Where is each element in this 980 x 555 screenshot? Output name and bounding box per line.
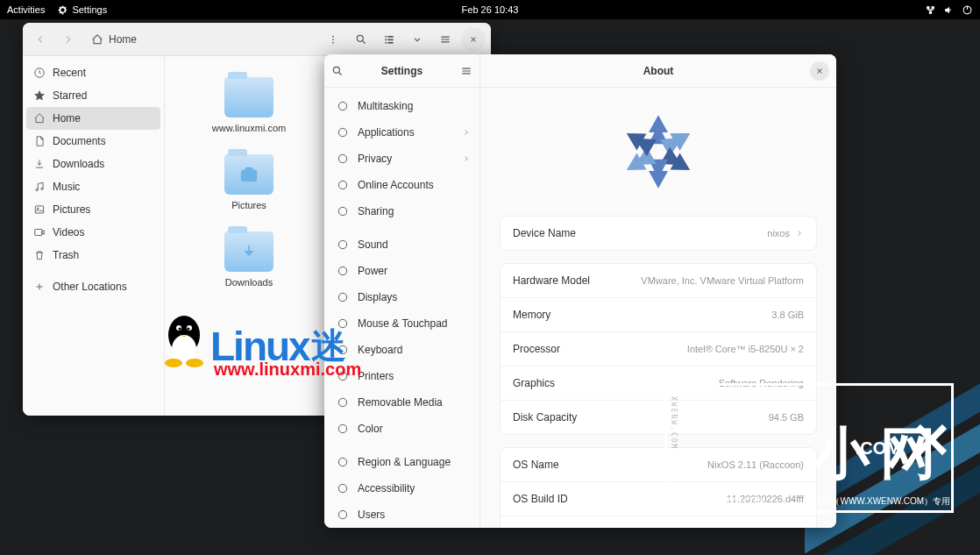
- color-icon: [337, 423, 349, 435]
- cloud-icon: [337, 179, 349, 191]
- settings-item-sharing[interactable]: Sharing: [324, 198, 479, 224]
- sidebar-item-starred[interactable]: Starred: [23, 84, 164, 107]
- image-icon: [33, 203, 46, 216]
- view-more-button[interactable]: [321, 27, 345, 52]
- settings-item-printers[interactable]: Printers: [324, 363, 479, 389]
- sidebar-item-other-locations[interactable]: Other Locations: [23, 275, 164, 298]
- settings-item-color[interactable]: Color: [324, 416, 479, 442]
- sidebar-item-downloads[interactable]: Downloads: [23, 153, 164, 175]
- device-name-row[interactable]: Device Name nixos: [501, 217, 816, 250]
- volume-icon[interactable]: [943, 4, 955, 16]
- settings-item-online-accounts[interactable]: Online Accounts: [324, 172, 479, 198]
- network-icon[interactable]: [925, 4, 936, 16]
- settings-item-sound[interactable]: Sound: [324, 231, 479, 258]
- keyboard-icon: [337, 344, 349, 356]
- gear-icon: [57, 4, 68, 16]
- svg-point-31: [333, 67, 339, 73]
- sidebar-item-trash[interactable]: Trash: [23, 244, 164, 267]
- disc-icon: [337, 396, 349, 409]
- list-view-button[interactable]: [377, 27, 401, 52]
- svg-point-36: [338, 207, 346, 215]
- settings-item-applications[interactable]: Applications: [324, 119, 479, 146]
- folder-pictures[interactable]: Pictures: [175, 154, 323, 210]
- search-button[interactable]: [349, 27, 373, 52]
- settings-item-region---language[interactable]: Region & Language: [324, 449, 479, 475]
- activities-button[interactable]: Activities: [7, 4, 45, 15]
- sound-icon: [337, 238, 349, 251]
- about-title: About: [643, 65, 674, 77]
- pathbar[interactable]: Home: [84, 33, 317, 46]
- info-row-os-build-id: OS Build ID11.20230226.d4fff: [501, 482, 816, 516]
- view-options-dropdown[interactable]: [405, 27, 430, 52]
- down-icon: [33, 158, 46, 170]
- sidebar-item-documents[interactable]: Documents: [23, 130, 164, 153]
- folder-downloads[interactable]: Downloads: [175, 231, 323, 288]
- share-icon: [337, 205, 349, 217]
- sidebar-item-home[interactable]: Home: [26, 107, 160, 130]
- power-icon: [337, 265, 349, 277]
- settings-sidebar-header: Settings: [324, 54, 479, 88]
- svg-point-39: [338, 293, 346, 301]
- info-row-processor: ProcessorIntel® Core™ i5-8250U × 2: [501, 332, 816, 366]
- svg-point-45: [338, 458, 346, 466]
- flag-icon: [337, 456, 349, 468]
- settings-item-mouse---touchpad[interactable]: Mouse & Touchpad: [324, 310, 479, 337]
- svg-point-40: [338, 319, 346, 327]
- device-name-group: Device Name nixos: [500, 216, 817, 251]
- camera-icon: [239, 165, 259, 184]
- back-button[interactable]: [28, 27, 53, 52]
- info-row-disk-capacity: Disk Capacity94.5 GB: [501, 401, 816, 434]
- sidebar-item-music[interactable]: Music: [23, 175, 164, 198]
- sidebar-item-pictures[interactable]: Pictures: [23, 198, 164, 221]
- svg-point-10: [332, 41, 334, 43]
- settings-item-power[interactable]: Power: [324, 258, 479, 284]
- svg-point-42: [338, 372, 346, 380]
- forward-button[interactable]: [56, 27, 81, 52]
- settings-item-displays[interactable]: Displays: [324, 284, 479, 310]
- os-info-group: OS NameNixOS 2.11 (Raccoon)OS Build ID11…: [500, 447, 817, 528]
- hamburger-menu[interactable]: [433, 27, 458, 52]
- about-header: About: [480, 54, 836, 88]
- sidebar-menu-icon[interactable]: [460, 65, 472, 77]
- files-sidebar: RecentStarredHomeDocumentsDownloadsMusic…: [23, 56, 165, 416]
- settings-item-keyboard[interactable]: Keyboard: [324, 337, 479, 363]
- info-row-os-name: OS NameNixOS 2.11 (Raccoon): [501, 448, 816, 482]
- svg-point-19: [36, 189, 38, 190]
- search-icon[interactable]: [331, 65, 344, 77]
- hardware-info-group: Hardware ModelVMware, Inc. VMware Virtua…: [500, 263, 817, 435]
- svg-rect-12: [385, 35, 387, 37]
- svg-point-35: [338, 181, 346, 189]
- svg-point-47: [338, 510, 346, 518]
- settings-item-accessibility[interactable]: Accessibility: [324, 475, 479, 502]
- svg-point-20: [41, 188, 43, 189]
- music-icon: [33, 181, 46, 193]
- info-row-graphics: GraphicsSoftware Rendering: [501, 366, 816, 401]
- apps-icon: [337, 126, 349, 139]
- svg-rect-14: [385, 41, 387, 43]
- power-icon[interactable]: [962, 4, 973, 16]
- svg-point-41: [338, 345, 346, 353]
- close-button[interactable]: [810, 61, 829, 81]
- svg-rect-27: [245, 168, 252, 172]
- sidebar-item-recent[interactable]: Recent: [23, 61, 164, 84]
- sidebar-item-videos[interactable]: Videos: [23, 221, 164, 244]
- svg-point-32: [338, 102, 346, 110]
- close-button[interactable]: [461, 27, 486, 52]
- svg-rect-15: [387, 35, 393, 37]
- home-icon: [91, 33, 103, 46]
- settings-item-multitasking[interactable]: Multitasking: [324, 93, 479, 119]
- settings-item-privacy[interactable]: Privacy: [324, 146, 479, 172]
- settings-item-users[interactable]: Users: [324, 502, 479, 528]
- files-titlebar: Home: [23, 23, 491, 56]
- app-menu-settings[interactable]: Settings: [57, 4, 107, 16]
- settings-sidebar: Settings MultitaskingApplicationsPrivacy…: [324, 54, 480, 528]
- svg-point-37: [338, 240, 346, 248]
- settings-item-removable-media[interactable]: Removable Media: [324, 389, 479, 416]
- clock[interactable]: Feb 26 10:43: [462, 4, 519, 15]
- top-panel: Activities Settings Feb 26 10:43: [0, 0, 980, 19]
- svg-rect-23: [35, 230, 42, 236]
- chevron-right-icon: [462, 128, 471, 137]
- info-row-os-type: OS Type64-bit: [501, 516, 816, 528]
- access-icon: [337, 482, 349, 495]
- folder-www-linuxmi-com[interactable]: www.linuxmi.com: [175, 77, 323, 133]
